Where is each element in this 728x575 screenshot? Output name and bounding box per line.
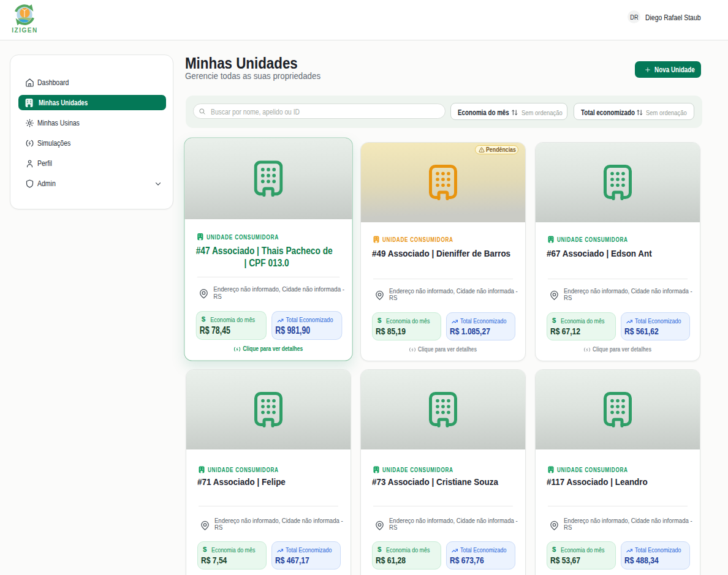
- svg-text:IZIGEN: IZIGEN: [12, 27, 37, 34]
